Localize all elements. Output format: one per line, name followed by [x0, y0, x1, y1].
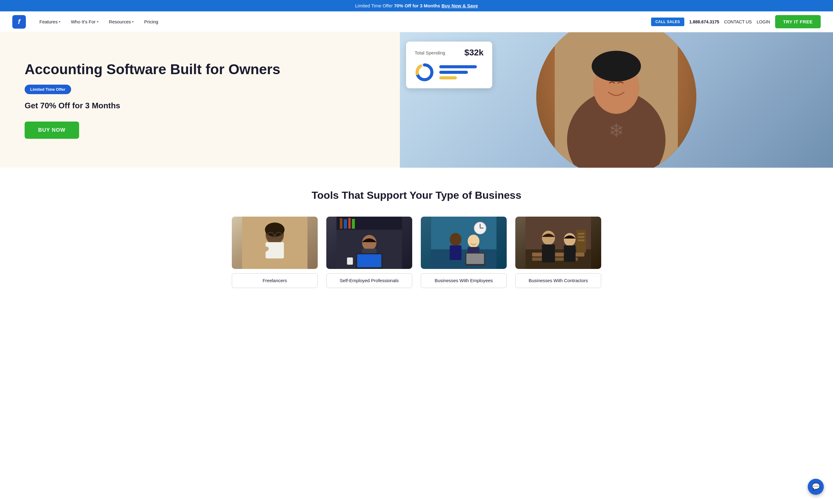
tools-grid: Freelancers: [232, 217, 601, 288]
hero-offer-text: Get 70% Off for 3 Months: [25, 101, 381, 110]
hero-right: Total Spending $32k: [400, 32, 833, 168]
hero-left: Accounting Software Built for Owners Lim…: [0, 32, 400, 168]
nav-pricing-label: Pricing: [144, 19, 158, 24]
svg-point-35: [468, 234, 479, 248]
tool-image-businesses-contractors: [515, 217, 601, 269]
self-employed-label-box: Self-Employed Professionals: [326, 273, 412, 288]
businesses-contractors-label-box: Businesses With Contractors: [515, 273, 601, 288]
svg-point-33: [450, 233, 461, 246]
banner-bold: 70% Off for 3 Months: [394, 3, 440, 8]
svg-rect-20: [344, 219, 347, 229]
chevron-down-icon: ▾: [97, 20, 98, 23]
banner-link[interactable]: Buy Now & Save: [442, 3, 478, 8]
logo-letter: f: [18, 18, 20, 26]
contact-us-link[interactable]: CONTACT US: [724, 19, 752, 24]
banner-prefix: Limited Time Offer: [355, 3, 394, 8]
spending-label: Total Spending: [415, 50, 445, 55]
chart-bar-1: [439, 65, 477, 68]
tool-card-businesses-employees[interactable]: Businesses With Employees: [421, 217, 507, 288]
tools-title: Tools That Support Your Type of Business: [19, 189, 814, 201]
navbar: f Features ▾ Who It's For ▾ Resources ▾ …: [0, 11, 833, 32]
spending-card-header: Total Spending $32k: [415, 48, 484, 57]
tool-image-self-employed: [326, 217, 412, 269]
svg-rect-26: [357, 254, 381, 268]
nav-pricing[interactable]: Pricing: [140, 17, 163, 27]
self-employed-label: Self-Employed Professionals: [340, 278, 399, 283]
donut-chart: [415, 62, 434, 82]
svg-rect-11: [266, 242, 284, 258]
hero-title: Accounting Software Built for Owners: [25, 61, 381, 78]
spending-amount: $32k: [465, 48, 484, 57]
businesses-employees-label: Businesses With Employees: [435, 278, 493, 283]
svg-point-7: [592, 51, 641, 81]
spending-chart: [415, 62, 484, 82]
svg-rect-19: [340, 218, 342, 229]
businesses-employees-label-box: Businesses With Employees: [421, 273, 507, 288]
person-image-placeholder: ❄: [536, 32, 696, 168]
contractors-svg: [515, 217, 601, 269]
svg-rect-50: [578, 240, 584, 241]
chart-bars: [439, 65, 484, 79]
freelancer-svg: [232, 217, 318, 269]
chevron-down-icon: ▾: [132, 20, 134, 23]
businesses-image-placeholder: [421, 217, 507, 269]
spending-card: Total Spending $32k: [406, 42, 492, 88]
chart-bar-3: [439, 76, 457, 79]
try-free-button[interactable]: TRY IT FREE: [775, 15, 821, 28]
svg-rect-27: [347, 257, 353, 264]
nav-features[interactable]: Features ▾: [35, 17, 65, 27]
svg-rect-44: [542, 244, 555, 262]
self-employed-image-placeholder: [326, 217, 412, 269]
nav-right: CALL SALES 1.888.674.3175 CONTACT US LOG…: [651, 15, 821, 28]
tools-section: Tools That Support Your Type of Business: [0, 168, 833, 309]
svg-rect-41: [532, 253, 585, 257]
svg-rect-38: [467, 254, 484, 264]
buy-now-button[interactable]: BUY NOW: [25, 122, 79, 139]
nav-resources-label: Resources: [109, 19, 131, 24]
freelancer-image-placeholder: [232, 217, 318, 269]
svg-point-23: [362, 235, 377, 251]
chevron-down-icon: ▾: [59, 20, 60, 23]
nav-who-its-for[interactable]: Who It's For ▾: [67, 17, 102, 27]
svg-point-45: [564, 233, 576, 246]
svg-rect-49: [578, 236, 584, 238]
phone-number: 1.888.674.3175: [689, 19, 719, 24]
hero-section: Accounting Software Built for Owners Lim…: [0, 32, 833, 168]
freelancers-label-box: Freelancers: [232, 273, 318, 288]
limited-offer-badge: Limited Time Offer: [25, 84, 71, 94]
svg-text:❄: ❄: [609, 120, 624, 141]
svg-rect-48: [578, 233, 584, 234]
login-link[interactable]: LOGIN: [757, 19, 770, 24]
svg-rect-29: [431, 217, 497, 249]
nav-who-its-for-label: Who It's For: [71, 19, 95, 24]
freelancers-label: Freelancers: [263, 278, 287, 283]
tool-card-freelancers[interactable]: Freelancers: [232, 217, 318, 288]
svg-rect-34: [450, 246, 461, 260]
hero-background: Total Spending $32k: [400, 32, 833, 168]
hero-person-image: ❄: [536, 32, 696, 168]
contractors-image-placeholder: [515, 217, 601, 269]
nav-features-label: Features: [40, 19, 57, 24]
tool-image-freelancers: [232, 217, 318, 269]
tool-image-businesses-employees: [421, 217, 507, 269]
chart-bar-2: [439, 71, 468, 74]
svg-rect-22: [352, 219, 355, 229]
svg-rect-46: [564, 246, 576, 262]
tool-card-businesses-contractors[interactable]: Businesses With Contractors: [515, 217, 601, 288]
svg-rect-21: [349, 218, 351, 229]
self-employed-svg: [326, 217, 412, 269]
svg-point-43: [542, 231, 555, 245]
logo[interactable]: f: [12, 15, 26, 29]
person-svg: ❄: [536, 32, 696, 168]
call-sales-button[interactable]: CALL SALES: [651, 18, 684, 26]
nav-resources[interactable]: Resources ▾: [105, 17, 138, 27]
businesses-svg: [421, 217, 507, 269]
nav-links: Features ▾ Who It's For ▾ Resources ▾ Pr…: [35, 17, 651, 27]
tool-card-self-employed[interactable]: Self-Employed Professionals: [326, 217, 412, 288]
businesses-contractors-label: Businesses With Contractors: [528, 278, 588, 283]
promo-banner: Limited Time Offer 70% Off for 3 Months …: [0, 0, 833, 11]
